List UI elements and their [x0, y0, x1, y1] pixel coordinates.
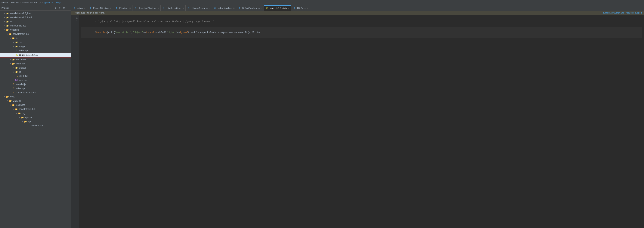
tab-label: HttpJspBase.java	[192, 7, 208, 9]
tree-item-index-jsp[interactable]: J index.jsp	[0, 48, 71, 52]
tab-jquery-min-js[interactable]: JS jquery-3.6.0.min.js ✕	[264, 5, 291, 11]
tab-label: n.java	[78, 7, 83, 9]
tree-label: work	[10, 95, 14, 98]
tree-item-catalina[interactable]: ▼ 📂 Catalina	[0, 99, 71, 103]
tab-close-httpser[interactable]: ✕	[307, 7, 308, 9]
tree-label: servelet-test-1.0_bak2	[10, 16, 32, 19]
breadcrumb-js[interactable]: js	[40, 2, 41, 4]
tree-item-lib[interactable]: ▶ 📁 lib	[0, 70, 71, 74]
java-icon: J	[115, 6, 118, 10]
tree-arrow	[12, 54, 16, 56]
tree-arrow: ▶	[3, 12, 6, 15]
tab-close-httpjspbase[interactable]: ✕	[209, 7, 210, 9]
tab-http-servlet[interactable]: J HttpServlet.java ✕	[160, 5, 186, 11]
tree-arrow: ▼	[12, 108, 15, 110]
tree-item-servelet-test[interactable]: ▼ 📂 servelet-test-1.0	[0, 32, 71, 36]
folder-icon: 📁	[6, 20, 9, 23]
tab-close-jquery[interactable]: ✕	[288, 7, 290, 10]
tab-remote-ip-filter[interactable]: J RemoteIpFilter.java ✕	[132, 5, 160, 11]
tree-item-css[interactable]: ▶ 📁 css	[0, 40, 71, 44]
code-content[interactable]: /*! jQuery v3.6.0 | (c) OpenJS Foundatio…	[79, 15, 644, 228]
tab-index-jsp-class[interactable]: C index_jsp.class ✕	[212, 5, 236, 11]
tree-item-org[interactable]: ▼ 📂 org	[0, 111, 71, 115]
war-icon: W	[12, 91, 15, 94]
tree-label: webapps	[10, 28, 19, 32]
tree-item-apache[interactable]: ▼ 📂 apache	[0, 115, 71, 120]
js-file-icon: JS	[16, 54, 18, 56]
breadcrumb-jquery[interactable]: jquery-3.6.0.min.js	[44, 2, 61, 4]
folder-icon: 📁	[6, 24, 9, 27]
tree-label: Catalina	[13, 99, 21, 103]
sidebar-gear-icon[interactable]: ⚙	[62, 6, 66, 10]
sidebar-title: Project	[2, 7, 53, 9]
tree-item-tomcat-build-libs[interactable]: ▶ 📁 tomcat-build-libs	[0, 24, 71, 28]
tree-item-localhost[interactable]: ▼ 📂 localhost	[0, 103, 71, 107]
tab-close-httpservlet[interactable]: ✕	[182, 7, 184, 9]
folder-icon: 📁	[15, 45, 18, 48]
breadcrumb-webapps[interactable]: webapps	[11, 2, 19, 4]
java-icon: J	[89, 6, 92, 10]
tree-arrow	[9, 91, 12, 94]
tree-item-index-jsp2[interactable]: J index.jsp	[0, 86, 71, 90]
breadcrumb-tomcat[interactable]: tomcat	[2, 2, 8, 4]
sidebar-collapse-icon[interactable]: –	[66, 6, 70, 10]
tree-item-web-xml[interactable]: XML web.xml	[0, 78, 71, 82]
tab-close-default-servlet[interactable]: ✕	[261, 7, 262, 9]
java-icon: J	[187, 6, 190, 10]
tree-item-classes[interactable]: ▶ 📁 classes	[0, 66, 71, 70]
tab-n-java[interactable]: J n.java ✕	[72, 5, 87, 11]
tree-label: aservlet_jsp	[31, 124, 43, 128]
main-layout: Project ⊕ ≡ ⚙ – ▶ 📁 servelet-test-1.0_ba…	[0, 5, 644, 228]
tree-label: servelet-test-1.0	[19, 107, 35, 111]
tree-item-meta-inf[interactable]: ▶ 📁 META-INF	[0, 58, 71, 62]
tree-label: org	[22, 111, 25, 115]
tree-item-js[interactable]: ▼ 📂 js	[0, 36, 71, 40]
tab-close-index-class[interactable]: ✕	[233, 7, 235, 9]
plugin-notice: Plugins supporting *.js files found. Ena…	[72, 11, 644, 15]
sidebar-sort-icon[interactable]: ≡	[58, 6, 62, 10]
tab-close-remote[interactable]: ✕	[158, 7, 159, 9]
tree-label: localhost	[16, 103, 24, 107]
tree-label: servelet-test-1.0_bak	[10, 12, 31, 15]
tree-item-work[interactable]: ▼ 📂 work	[0, 95, 71, 99]
tree-arrow	[12, 74, 15, 78]
tree-item-web-inf[interactable]: ▼ 📂 WEB-INF	[0, 62, 71, 66]
tab-close-filter[interactable]: ✕	[129, 7, 131, 9]
tab-expires-filter[interactable]: J ExpiresFilter.java ✕	[87, 5, 113, 11]
tree-arrow: ▶	[12, 66, 15, 69]
enable-js-ts-link[interactable]: Enable JavaScript and TypeScript support	[603, 12, 642, 14]
breadcrumb-sep-3: ›	[38, 2, 38, 4]
tree-item-war[interactable]: W servelet-test-1.0.war	[0, 90, 71, 95]
tree-arrow: ▶	[3, 16, 6, 19]
tab-close-expires[interactable]: ✕	[110, 7, 112, 9]
sidebar-globe-icon[interactable]: ⊕	[54, 6, 57, 10]
tree-item-aservlet-jsp[interactable]: J aservlet.jsp	[0, 82, 71, 86]
folder-open-icon: 📂	[21, 116, 24, 119]
tree-item-jquery[interactable]: JS jquery-3.6.0.min.js	[0, 52, 71, 58]
code-editor[interactable]: 1 2 /*! jQuery v3.6.0 | (c) OpenJS Found…	[72, 15, 644, 228]
tree-arrow: ▼	[3, 28, 6, 31]
tab-httpser[interactable]: J HttpSer... ✕	[291, 5, 310, 11]
folder-open-icon: 📂	[6, 95, 9, 98]
tab-close-n-java[interactable]: ✕	[84, 7, 86, 9]
tree-item-servelet-bak[interactable]: ▶ 📁 servelet-test-1.0_bak	[0, 11, 71, 16]
tree-item-servelet-bak2[interactable]: ▶ 📁 servelet-test-1.0_bak2	[0, 16, 71, 20]
tree-label: jquery-3.6.0.min.js	[19, 53, 38, 57]
tree-item-webapps[interactable]: ▼ 📂 webapps	[0, 28, 71, 32]
breadcrumb-servelet[interactable]: servelet-test-1.0	[22, 2, 37, 4]
tree-item-image[interactable]: ▶ 📁 image	[0, 44, 71, 48]
tab-default-servlet[interactable]: J DefaultServlet.java ✕	[236, 5, 264, 11]
tab-filter[interactable]: J Filter.java ✕	[113, 5, 132, 11]
tree-item-aservlet-class[interactable]: C aservlet_jsp	[0, 124, 71, 128]
tree-item-myel-tld[interactable]: TL MyEL.tld	[0, 74, 71, 78]
tree-arrow: ▶	[12, 70, 15, 74]
tree-item-jsp-dir[interactable]: ▼ 📂 jsp	[0, 120, 71, 124]
folder-open-icon: 📂	[9, 32, 12, 36]
tree-arrow: ▼	[6, 99, 9, 102]
tree-label: MyEL.tld	[19, 74, 28, 78]
tree-item-test[interactable]: ▶ 📁 test	[0, 20, 71, 24]
tab-http-jsp-base[interactable]: J HttpJspBase.java ✕	[186, 5, 212, 11]
tree-item-servelet-test-work[interactable]: ▼ 📂 servelet-test-1.0	[0, 107, 71, 111]
tree-arrow	[9, 87, 12, 90]
tree-label: js	[16, 36, 18, 40]
